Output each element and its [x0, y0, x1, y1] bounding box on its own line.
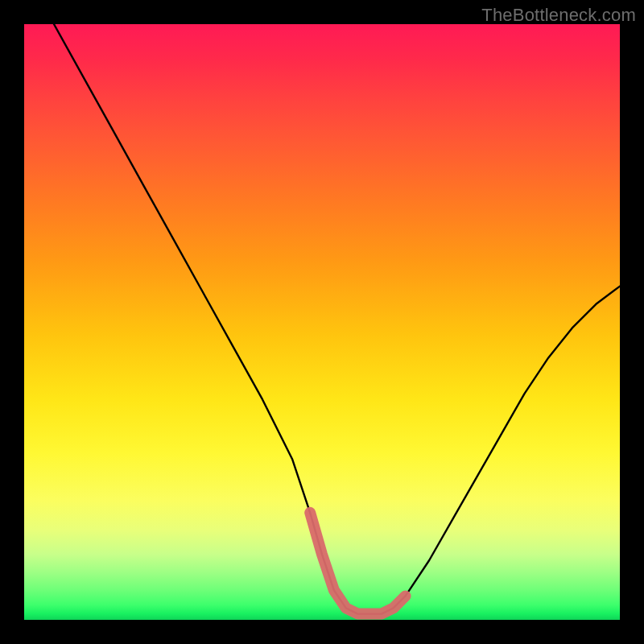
watermark-text: TheBottleneck.com [481, 5, 636, 26]
plot-svg [24, 24, 620, 620]
chart-frame: TheBottleneck.com [0, 0, 644, 644]
highlight-segment [310, 513, 405, 614]
curve-line [54, 24, 620, 614]
plot-area [24, 24, 620, 620]
